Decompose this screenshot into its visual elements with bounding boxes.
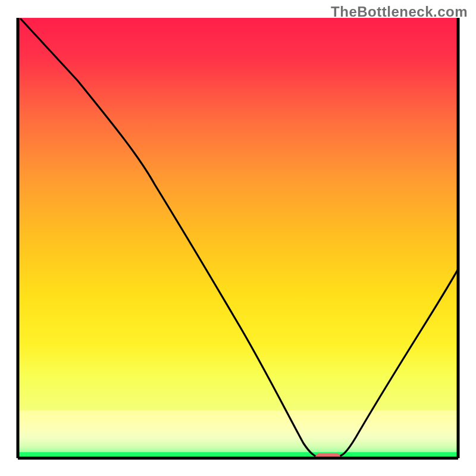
- bottleneck-chart: [0, 0, 476, 476]
- watermark: TheBottleneck.com: [331, 4, 468, 20]
- plot-area: [18, 18, 458, 461]
- heat-gradient: [18, 18, 458, 416]
- chart-container: TheBottleneck.com: [0, 0, 476, 476]
- green-band: [18, 411, 458, 458]
